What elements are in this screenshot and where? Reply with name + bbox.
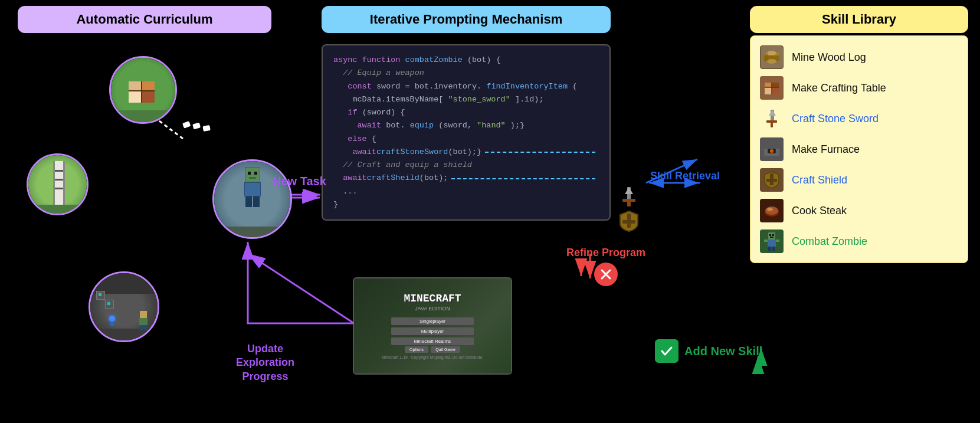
svg-rect-51 [622,220,635,224]
scene-cave-mining [89,271,159,342]
svg-point-36 [767,208,773,211]
mc-title: MINECRAFT [404,293,461,304]
add-new-skill-label: Add New Skill [684,345,762,358]
code-line-3: const sword = bot.inventory. findInvento… [333,80,599,93]
skill-label-combat-zombie: Combat Zombie [792,235,867,248]
minecraft-screenshot: MINECRAFT JAVA EDITION Singleplayer Mult… [353,277,512,375]
skill-label-cook-steak: Cook Steak [792,205,847,217]
code-line-12: } [333,198,599,211]
skill-item-crafting-table: Make Crafting Table [760,76,958,100]
refine-program-container: Refine Program [566,247,645,286]
svg-rect-42 [764,240,768,242]
code-line-8: await craftStoneSword (bot);} [333,146,599,159]
svg-point-13 [767,51,776,55]
svg-line-5 [159,121,183,139]
code-line-9: // Craft and equip a shield [333,159,599,172]
svg-line-10 [248,254,354,323]
skill-label-mine-wood: Mine Wood Log [792,51,866,64]
mc-btn-singleplayer: Singleplayer [391,317,474,325]
skill-retrieval-label: Skill Retrieval [650,170,720,183]
svg-rect-59 [192,123,201,130]
svg-marker-24 [769,110,776,116]
skill-icon-stone-sword [760,107,784,130]
update-exploration-label: UpdateExplorationProgress [236,342,294,383]
scene-zombie-player [212,159,292,239]
mc-btn-realms: Minecraft Realms [391,337,474,345]
svg-rect-48 [622,199,635,202]
skill-item-shield: Craft Shield [760,168,958,192]
svg-point-14 [767,59,776,64]
svg-rect-49 [627,202,631,206]
svg-rect-37 [768,232,775,240]
code-line-6: await bot. equip (sword, "hand" );} [333,119,599,132]
svg-rect-28 [764,143,779,149]
svg-rect-33 [766,179,777,182]
skill-icon-mine-wood [760,45,784,69]
skill-item-mine-wood: Mine Wood Log [760,45,958,69]
skill-item-furnace: Make Furnace [760,137,958,161]
skill-icon-cook-steak [760,199,784,222]
skill-label-crafting-table: Make Crafting Table [792,82,886,94]
svg-rect-44 [768,247,771,251]
mc-btn-multiplayer: Multiplayer [391,327,474,335]
mc-footer: Minecraft 1.19 · Copyright Mojang AB. Do… [382,355,484,359]
svg-rect-19 [765,83,772,87]
auto-curriculum-header: Automatic Curriculum [18,6,271,33]
skill-icon-combat-zombie [760,229,784,253]
svg-rect-38 [769,234,771,236]
refine-x-icon [594,263,618,286]
svg-rect-40 [770,237,773,238]
skill-label-shield: Craft Shield [792,174,847,186]
mc-btn-options: Options [405,346,428,353]
svg-rect-55 [129,91,142,103]
dots-between-scenes [180,115,215,141]
code-line-1: async function combatZombie (bot) { [333,54,599,67]
mc-subtitle: JAVA EDITION [415,306,450,311]
svg-rect-26 [771,123,773,127]
skill-icon-shield [760,168,784,192]
code-editor: async function combatZombie (bot) { // E… [322,44,611,221]
skill-item-cook-steak: Cook Steak [760,199,958,222]
skill-library-box: Mine Wood Log Make Crafting Table Cr [750,35,968,263]
mc-btn-quit: Quit Game [431,346,460,353]
skill-item-combat-zombie: Combat Zombie [760,229,958,253]
svg-rect-39 [772,234,774,236]
shield-dashed-icon [618,209,640,233]
code-line-11: ... [333,185,599,198]
code-line-4: mcData.itemsByName[ "stone_sword" ].id); [333,93,599,106]
skill-label-stone-sword: Craft Stone Sword [792,113,879,125]
code-line-5: if (sword) { [333,106,599,119]
svg-rect-45 [772,247,775,251]
code-line-2: // Equip a weapon [333,67,599,80]
svg-rect-54 [129,81,142,91]
skill-icon-crafting-table [760,76,784,100]
svg-rect-20 [765,87,772,94]
new-task-label: New Task [273,174,326,188]
skill-icon-furnace [760,137,784,161]
code-line-7: else { [333,133,599,146]
skill-item-stone-sword: Craft Stone Sword [760,107,958,130]
svg-rect-41 [768,240,776,247]
svg-rect-60 [202,125,210,132]
refine-program-label: Refine Program [566,247,645,259]
sword-dashed-icon [618,186,640,207]
svg-marker-47 [625,187,633,194]
svg-point-31 [770,149,773,153]
code-line-10: await craftSheild (bot); [333,172,599,185]
skill-label-furnace: Make Furnace [792,143,860,156]
add-new-skill-container: Add New Skill [655,339,762,363]
svg-rect-25 [766,120,777,123]
iterative-prompting-header: Iterative Prompting Mechanism [322,6,611,33]
add-skill-check-icon [655,339,679,363]
skill-library-header: Skill Library [750,6,968,33]
svg-rect-58 [182,121,191,129]
scene-birch-tree [27,153,89,215]
svg-rect-43 [776,240,779,242]
scene-crafting-table [109,56,177,124]
